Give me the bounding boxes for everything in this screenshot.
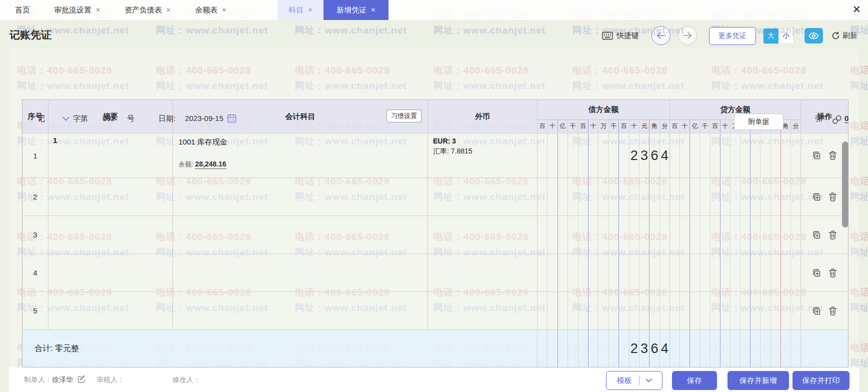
delete-row-button[interactable]	[828, 268, 838, 278]
digit-unit-分: 分	[791, 120, 800, 132]
credit-cell[interactable]	[670, 134, 801, 178]
currency-value: EUR: 3	[428, 134, 537, 145]
account-cell[interactable]	[173, 178, 428, 216]
digit-cell	[680, 254, 690, 292]
habit-settings-button[interactable]: 习惯设置	[386, 110, 422, 122]
delete-row-button[interactable]	[828, 230, 838, 240]
preview-eye-button[interactable]	[804, 28, 823, 44]
currency-cell[interactable]: EUR: 3汇率: 7.8815	[428, 134, 538, 178]
copy-row-button[interactable]	[812, 150, 822, 160]
chevron-down-icon[interactable]	[62, 116, 70, 121]
digit-cell	[700, 216, 710, 254]
digit-cell	[588, 134, 598, 178]
tab-close-icon[interactable]: ✕	[96, 6, 100, 14]
digit-cell	[548, 134, 558, 178]
row-seq: 4	[22, 254, 48, 292]
digit-cell	[771, 178, 781, 216]
copy-row-button[interactable]	[812, 230, 822, 240]
refresh-button[interactable]: 刷新	[832, 27, 858, 44]
debit-cell[interactable]	[538, 216, 670, 254]
delete-row-button[interactable]	[828, 150, 838, 160]
digit-cell	[630, 216, 640, 254]
balance-value[interactable]: 28,248.16	[195, 160, 226, 169]
save-button[interactable]: 保存	[672, 371, 717, 390]
copy-row-button[interactable]	[812, 306, 822, 316]
edit-icon[interactable]	[78, 375, 86, 383]
row-seq: 1	[22, 134, 48, 178]
tab-close-icon[interactable]: ✕	[370, 6, 376, 14]
digit-cell	[538, 134, 548, 178]
voucher-word[interactable]: 记	[38, 114, 45, 124]
debit-cell[interactable]	[538, 292, 670, 330]
save-and-new-button[interactable]: 保存并新增	[728, 371, 789, 390]
digit-cell	[740, 216, 750, 254]
size-small-button[interactable]: 小	[778, 28, 794, 44]
account-cell[interactable]	[173, 216, 428, 254]
close-icon[interactable]: ✕	[852, 3, 861, 16]
calendar-icon[interactable]	[227, 114, 236, 123]
delete-row-button[interactable]	[828, 192, 838, 202]
forward-button[interactable]	[678, 26, 697, 45]
actions-cell	[801, 178, 848, 216]
digit-cell	[700, 254, 710, 292]
digit-cell	[710, 254, 720, 292]
summary-cell[interactable]: 1	[48, 134, 173, 178]
chevron-down-icon[interactable]	[646, 378, 652, 382]
digit-cell: 3	[640, 330, 650, 367]
tab-5[interactable]: 科目✕	[278, 0, 324, 20]
digit-cell	[650, 216, 660, 254]
row-seq-number: 2	[22, 178, 48, 216]
tab-4[interactable]: 余额表✕	[190, 0, 232, 20]
digit-cell	[609, 254, 619, 292]
row-seq: 5	[22, 292, 48, 330]
summary-cell[interactable]	[48, 178, 173, 216]
digit-cell	[630, 292, 640, 330]
summary-cell[interactable]	[48, 216, 173, 254]
digit-cell	[640, 216, 650, 254]
credit-cell[interactable]	[670, 292, 801, 330]
credit-cell[interactable]	[670, 178, 801, 216]
debit-cell[interactable]	[538, 178, 670, 216]
tab-1[interactable]: 首页	[10, 0, 35, 20]
tab-close-icon[interactable]: ✕	[308, 6, 312, 14]
more-vouchers-button[interactable]: 更多凭证	[709, 27, 756, 45]
template-button[interactable]: 模板	[606, 371, 662, 390]
size-large-button[interactable]: 大	[764, 28, 778, 44]
date-value[interactable]: 2023-09-15	[185, 114, 224, 122]
copy-row-button[interactable]	[812, 192, 822, 202]
currency-cell[interactable]	[428, 216, 538, 254]
summary-cell[interactable]	[48, 292, 173, 330]
currency-cell[interactable]	[428, 178, 538, 216]
credit-cell[interactable]	[670, 254, 801, 292]
save-and-print-button[interactable]: 保存并打印	[792, 371, 850, 390]
tab-close-icon[interactable]: ✕	[222, 6, 226, 14]
tab-label: 余额表	[195, 6, 218, 15]
shortcut-button[interactable]: 快捷键	[602, 27, 639, 44]
tab-2[interactable]: 审批流设置✕	[49, 0, 106, 20]
debit-cell[interactable]	[538, 254, 670, 292]
actions-cell	[801, 254, 848, 292]
tab-3[interactable]: 资产负债表✕	[120, 0, 176, 20]
copy-row-button[interactable]	[812, 268, 822, 278]
digit-cell	[660, 292, 670, 330]
debit-cell[interactable]: 2364	[538, 134, 670, 178]
delete-row-button[interactable]	[828, 306, 838, 316]
currency-cell[interactable]	[428, 292, 538, 330]
account-cell[interactable]: 1001 库存现金余额: 28,248.16	[173, 134, 428, 178]
digit-cell	[548, 330, 558, 367]
voucher-word-suffix: 字第	[73, 114, 88, 124]
actions-cell	[801, 134, 848, 178]
voucher-number-input[interactable]: 002	[102, 114, 115, 122]
tab-6[interactable]: 新增凭证✕	[324, 0, 388, 20]
digit-cell	[760, 254, 770, 292]
account-cell[interactable]	[173, 254, 428, 292]
tab-close-icon[interactable]: ✕	[166, 6, 171, 14]
summary-cell[interactable]	[48, 254, 173, 292]
attachment-count-link[interactable]: 0	[844, 114, 848, 123]
attachment-button[interactable]: 附单据	[734, 114, 784, 130]
credit-cell[interactable]	[670, 216, 801, 254]
table-scrollbar[interactable]	[842, 142, 848, 228]
currency-cell[interactable]	[428, 254, 538, 292]
back-button[interactable]	[652, 26, 670, 45]
account-cell[interactable]	[173, 292, 428, 330]
